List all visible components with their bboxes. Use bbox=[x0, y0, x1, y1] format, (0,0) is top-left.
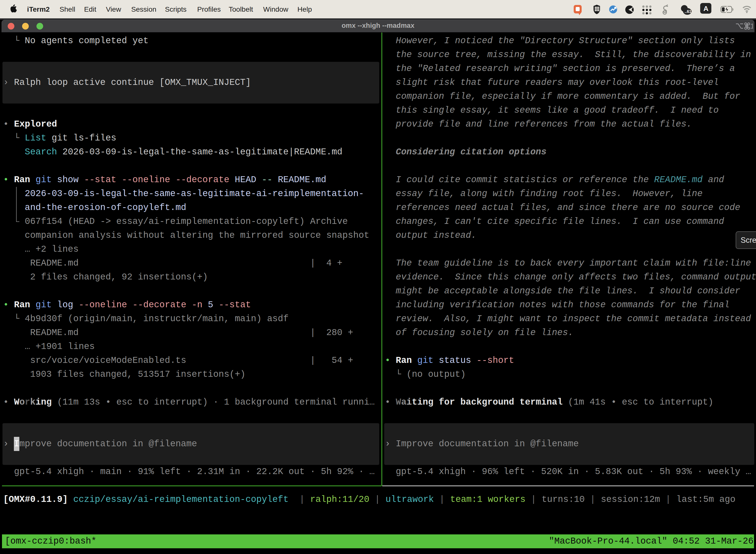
svg-text:1: 1 bbox=[750, 22, 753, 30]
svg-text:..61: ..61 bbox=[685, 9, 692, 14]
svg-text:A: A bbox=[703, 5, 708, 12]
